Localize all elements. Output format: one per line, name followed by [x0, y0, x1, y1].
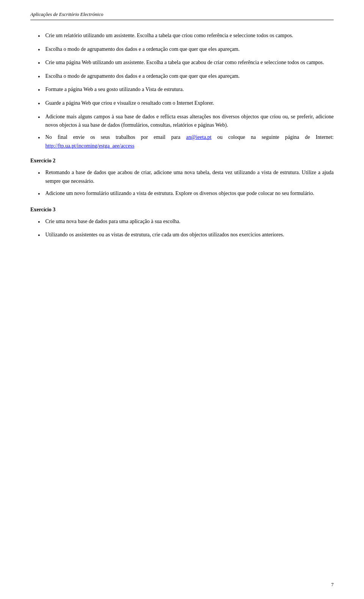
exercicio3-heading: Exercício 3	[30, 207, 334, 213]
page-number: 7	[331, 582, 334, 587]
list-item-text: Escolha o modo de agrupamento dos dados …	[46, 45, 334, 53]
list-item-text: Guarde a página Web que criou e visualiz…	[46, 99, 334, 107]
exercicio3-bullet-list: Crie uma nova base de dados para uma apl…	[30, 217, 334, 241]
url-link[interactable]: http://ftp.ua.pt/incoming/estga_aee/acce…	[46, 143, 135, 149]
exercicio2-heading: Exercício 2	[30, 158, 334, 164]
list-item: Crie um relatório utilizando um assisten…	[30, 31, 334, 41]
top-bullet-list: Crie um relatório utilizando um assisten…	[30, 31, 334, 150]
list-item: Adicione um novo formulário utilizando a…	[30, 189, 334, 199]
list-item-text: Formate a página Web a seu gosto utiliza…	[46, 85, 334, 94]
list-item-text: Adicione mais alguns campos à sua base d…	[46, 113, 334, 130]
list-item-text: Adicione um novo formulário utilizando a…	[46, 189, 334, 198]
list-item-text: Crie um relatório utilizando um assisten…	[46, 31, 334, 40]
list-item: Retomando a base de dados que acabou de …	[30, 168, 334, 186]
list-item: No final envie os seus trabalhos por ema…	[30, 133, 334, 150]
list-item: Adicione mais alguns campos à sua base d…	[30, 113, 334, 130]
page-footer: 7	[331, 582, 334, 588]
list-item: Guarde a página Web que criou e visualiz…	[30, 99, 334, 109]
header-title: Aplicações de Escritório Electrónico	[30, 11, 103, 17]
list-item: Crie uma nova base de dados para uma apl…	[30, 217, 334, 227]
list-item-text: Crie uma página Web utilizando um assist…	[46, 58, 334, 67]
exercicio2-bullet-list: Retomando a base de dados que acabou de …	[30, 168, 334, 199]
list-item-text-email: No final envie os seus trabalhos por ema…	[46, 133, 334, 150]
list-item: Crie uma página Web utilizando um assist…	[30, 58, 334, 68]
list-item-text: Retomando a base de dados que acabou de …	[46, 168, 334, 186]
list-item-text: Utilizando os assistentes ou as vistas d…	[46, 231, 334, 239]
list-item: Utilizando os assistentes ou as vistas d…	[30, 231, 334, 241]
exercicio3-section: Exercício 3 Crie uma nova base de dados …	[30, 207, 334, 241]
exercicio2-section: Exercício 2 Retomando a base de dados qu…	[30, 158, 334, 199]
list-item-text: Escolha o modo de agrupamento dos dados …	[46, 72, 334, 80]
list-item: Escolha o modo de agrupamento dos dados …	[30, 72, 334, 82]
list-item: Formate a página Web a seu gosto utiliza…	[30, 85, 334, 95]
page: Aplicações de Escritório Electrónico Cri…	[0, 0, 364, 599]
page-header: Aplicações de Escritório Electrónico	[30, 11, 334, 20]
list-item: Escolha o modo de agrupamento dos dados …	[30, 45, 334, 55]
list-item-text: Crie uma nova base de dados para uma apl…	[46, 217, 334, 226]
email-link[interactable]: an@ieeta.pt	[186, 134, 212, 140]
